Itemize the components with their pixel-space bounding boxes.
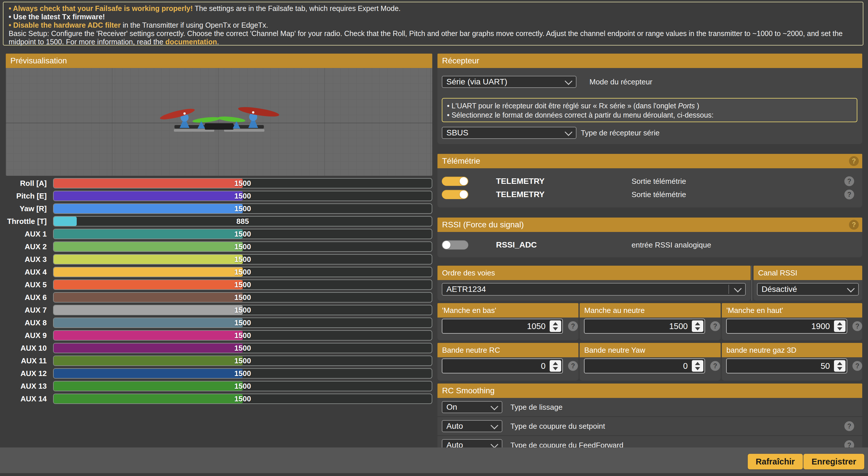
channel-label: AUX 4 (6, 268, 47, 277)
channel-value: 1500 (54, 331, 432, 340)
channel-value: 1500 (54, 191, 432, 201)
save-button[interactable]: Enregistrer (803, 454, 864, 469)
stick-high-header: 'Manche en haut' (722, 303, 862, 317)
rssi-adc-toggle[interactable] (442, 240, 468, 249)
rssi-channel-select[interactable]: Désactivé (757, 283, 859, 296)
rssi-panel: RSSI (Force du signal) RSSI_ADC entrée R… (437, 217, 862, 257)
serial-provider-select[interactable]: SBUS (442, 127, 577, 139)
quadcopter-model (157, 105, 281, 137)
channel-label: AUX 6 (6, 293, 47, 302)
telemetry-feature-name: TELEMETRY (496, 177, 631, 186)
channel-value: 1500 (54, 318, 432, 327)
help-icon[interactable] (568, 321, 578, 331)
channel-meter: 1500 (53, 355, 432, 366)
model-preview-grid[interactable] (6, 68, 432, 176)
channel-value: 1500 (54, 293, 432, 302)
help-icon[interactable] (849, 156, 859, 166)
help-icon[interactable] (844, 190, 854, 199)
channel-meter: 1500 (53, 381, 432, 391)
receiver-panel: Récepteur Série (via UART) Mode du récep… (437, 54, 862, 144)
stick-center-panel: Manche au neutre 1500 (580, 303, 721, 340)
channel-row: AUX 31500 (6, 254, 432, 265)
feedforward-cutoff-select[interactable]: Auto (442, 439, 502, 447)
stick-high-panel: 'Manche en haut' 1900 (722, 303, 862, 340)
channel-meter: 1500 (53, 292, 432, 303)
stick-low-input[interactable]: 1050 (442, 319, 563, 334)
channel-label: AUX 7 (6, 306, 47, 315)
help-icon[interactable] (844, 176, 854, 186)
stick-high-value: 1900 (811, 319, 830, 333)
channel-row: AUX 71500 (6, 305, 432, 315)
telemetry-feature-name: TELEMETRY (496, 190, 631, 199)
channel-value: 1500 (54, 305, 432, 315)
refresh-button[interactable]: Rafraîchir (748, 454, 803, 469)
help-icon[interactable] (852, 321, 862, 331)
spinner-up-icon (553, 362, 558, 365)
stick-high-input[interactable]: 1900 (726, 319, 847, 334)
channel-value: 1500 (54, 267, 432, 277)
rc-smoothing-row: On Type de lissage (437, 398, 862, 416)
help-icon[interactable] (568, 361, 578, 371)
setpoint-cutoff-select[interactable]: Auto (442, 420, 502, 432)
stick-center-value: 1500 (669, 319, 688, 333)
help-icon[interactable] (844, 421, 854, 431)
channel-meter: 1500 (53, 343, 432, 353)
channel-row: AUX 131500 (6, 381, 432, 391)
channel-meter: 1500 (53, 203, 432, 214)
feedforward-cutoff-label: Type de coupure du FeedForward (510, 441, 623, 448)
rssi-channel-value: Désactivé (762, 283, 797, 295)
note-line-basic-setup: Basic Setup: Configure the 'Receiver' se… (9, 29, 858, 46)
help-icon[interactable] (710, 321, 720, 331)
channel-meter: 1500 (53, 368, 432, 379)
preview-title: Prévisualisation (10, 56, 67, 65)
number-spinner[interactable] (692, 320, 703, 332)
telemetry-toggle[interactable] (442, 177, 468, 186)
channel-label: AUX 11 (6, 356, 47, 365)
channel-label: AUX 1 (6, 230, 47, 239)
channel-value: 1500 (54, 343, 432, 353)
help-icon[interactable] (710, 361, 720, 371)
channel-row: Roll [A]1500 (6, 178, 432, 189)
smoothing-type-select[interactable]: On (442, 401, 502, 413)
spinner-down-icon (695, 367, 700, 370)
deadband-3d-input[interactable]: 50 (726, 359, 847, 373)
deadband-yaw-input[interactable]: 0 (584, 359, 705, 373)
number-spinner[interactable] (834, 360, 845, 372)
number-spinner[interactable] (550, 360, 561, 372)
channel-label: AUX 3 (6, 255, 47, 264)
deadband-rc-input[interactable]: 0 (442, 359, 563, 373)
channel-row: AUX 111500 (6, 355, 432, 366)
spinner-up-icon (837, 362, 842, 365)
stick-settings-group: 'Manche en bas' 1050 Manche au neutre 15… (437, 303, 862, 340)
smoothing-type-value: On (446, 402, 457, 413)
telemetry-toggle[interactable] (442, 190, 468, 199)
help-icon[interactable] (849, 220, 859, 230)
stick-center-input[interactable]: 1500 (584, 319, 705, 334)
help-icon[interactable] (844, 440, 854, 447)
spinner-up-icon (695, 322, 700, 325)
channel-meter: 1500 (53, 279, 432, 290)
spinner-down-icon (695, 327, 700, 331)
channel-label: AUX 12 (6, 369, 47, 378)
rssi-feature-name: RSSI_ADC (496, 240, 631, 249)
deadband-3d-header: bande neutre gaz 3D (722, 343, 862, 357)
number-spinner[interactable] (834, 320, 845, 332)
number-spinner[interactable] (550, 320, 561, 332)
toggle-knob (460, 177, 468, 185)
feedforward-cutoff-value: Auto (446, 440, 463, 447)
receiver-mode-select[interactable]: Série (via UART) (442, 76, 577, 88)
channel-map-select[interactable]: AETR1234 (442, 283, 746, 296)
uart-note-line1: • L'UART pour le récepteur doit être rég… (447, 101, 852, 110)
rssi-channel-header: Canal RSSI (753, 266, 862, 280)
help-icon[interactable] (852, 361, 862, 371)
number-spinner[interactable] (692, 360, 703, 372)
telemetry-feature-desc: Sortie télémétrie (631, 177, 686, 186)
channel-label: AUX 14 (6, 395, 47, 403)
rssi-channel-panel: Canal RSSI Désactivé (753, 266, 862, 301)
spinner-down-icon (553, 367, 558, 370)
channel-value: 1500 (54, 255, 432, 264)
channel-row: AUX 141500 (6, 394, 432, 404)
documentation-link[interactable]: documentation (165, 38, 217, 46)
deadband-yaw-value: 0 (683, 359, 688, 373)
smoothing-type-label: Type de lissage (510, 403, 563, 412)
